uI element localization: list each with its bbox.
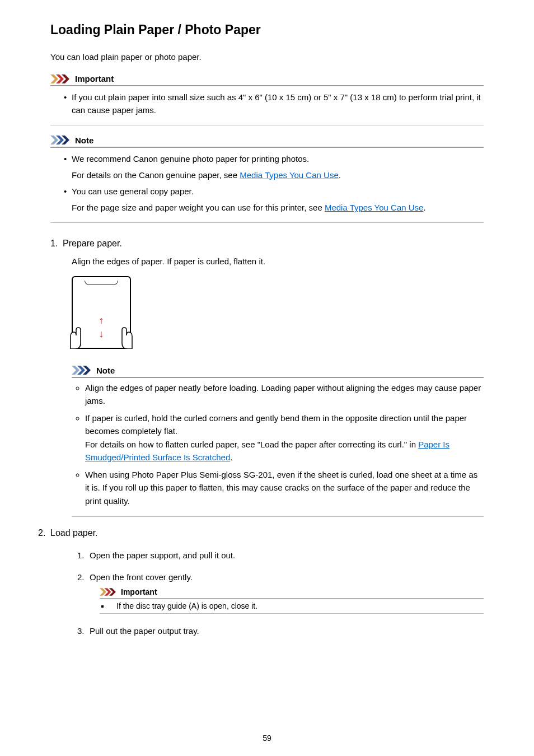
page-title: Loading Plain Paper / Photo Paper	[50, 22, 484, 38]
arrow-up-icon: ↑	[99, 315, 104, 326]
media-types-link[interactable]: Media Types You Can Use	[240, 170, 339, 180]
note-text: If paper is curled, hold the curled corn…	[85, 413, 467, 436]
step-title: Load paper.	[50, 528, 484, 538]
note-sub-pre: For details on how to flatten curled pap…	[85, 440, 418, 449]
step-2: Load paper. Open the paper support, and …	[38, 528, 484, 636]
important-item: If the disc tray guide (A) is open, clos…	[110, 601, 484, 610]
media-types-link[interactable]: Media Types You Can Use	[325, 203, 424, 212]
important-item: If you cut plain paper into small size s…	[64, 91, 484, 117]
note-label: Note	[96, 366, 115, 375]
note-sub-pre: For the page size and paper weight you c…	[72, 203, 325, 212]
note-item: You can use general copy paper. For the …	[64, 185, 484, 214]
page-number: 59	[263, 734, 271, 743]
chevrons-icon	[100, 588, 119, 596]
hand-icon	[120, 326, 134, 349]
substep-text: Open the front cover gently.	[90, 572, 193, 582]
note-item: If paper is curled, hold the curled corn…	[85, 412, 484, 464]
note-sub-pre: For details on the Canon genuine paper, …	[72, 170, 240, 180]
note-label: Note	[75, 136, 93, 145]
substep-2: Open the front cover gently.	[77, 572, 484, 614]
note-item: Align the edges of paper neatly before l…	[85, 381, 484, 408]
step-desc: Align the edges of paper. If paper is cu…	[72, 256, 484, 266]
step-note-callout: Note Align the edges of paper neatly bef…	[72, 366, 484, 517]
chevrons-icon	[50, 74, 73, 83]
note-sub-post: .	[339, 170, 341, 180]
important-label: Important	[75, 74, 114, 83]
arrow-down-icon: ↓	[99, 328, 104, 340]
substep-1: Open the paper support, and pull it out.	[77, 550, 484, 560]
substep-3: Pull out the paper output tray.	[77, 626, 484, 636]
important-callout: Important If you cut plain paper into sm…	[50, 74, 484, 125]
step-1: Prepare paper. Align the edges of paper.…	[50, 239, 484, 517]
note-text: You can use general copy paper.	[72, 186, 194, 196]
paper-align-figure: ↑ ↓	[72, 276, 131, 349]
note-item: We recommend Canon genuine photo paper f…	[64, 152, 484, 182]
important-label: Important	[121, 587, 157, 596]
chevrons-icon	[50, 136, 73, 144]
note-item: When using Photo Paper Plus Semi-gloss S…	[85, 468, 484, 507]
note-sub-post: .	[423, 203, 425, 212]
chevrons-icon	[72, 366, 94, 375]
sub-important-callout: Important If the disc tray guide (A) is …	[90, 587, 484, 614]
step-title: Prepare paper.	[63, 239, 484, 249]
hand-icon	[68, 326, 83, 349]
note-sub-post: .	[230, 452, 232, 462]
note-callout: Note We recommend Canon genuine photo pa…	[50, 136, 484, 223]
note-text: We recommend Canon genuine photo paper f…	[72, 154, 309, 164]
intro-text: You can load plain paper or photo paper.	[50, 52, 484, 62]
